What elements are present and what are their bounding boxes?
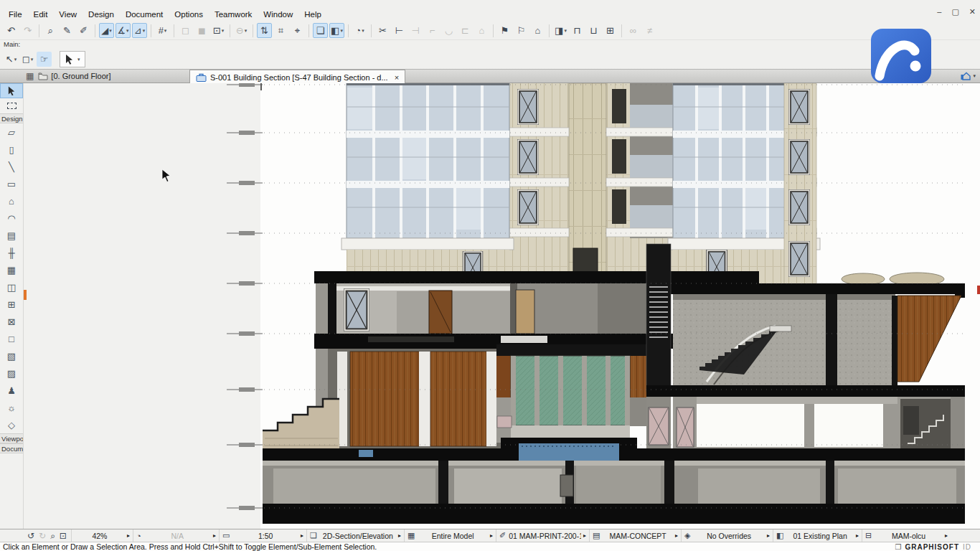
dropdown-caret[interactable]: ▾ [14, 57, 17, 62]
layout-selector[interactable]: ⊟MAM-olcu▸ [862, 529, 951, 542]
marker-dropdown-button[interactable]: ◨▾ [553, 23, 568, 38]
guide-lines-button[interactable]: ◢▾ [99, 23, 114, 38]
quad-view-icon[interactable]: ▦ [26, 71, 34, 81]
menu-view[interactable]: View [53, 9, 83, 20]
lamp-tool[interactable]: ☼ [0, 399, 23, 416]
unlink-button[interactable]: ≠ [642, 23, 657, 38]
segment-caret[interactable]: ▸ [583, 532, 586, 539]
fillet-button[interactable]: ◡ [441, 23, 456, 38]
link-button[interactable]: ∞ [626, 23, 641, 38]
dropdown-caret[interactable]: ▾ [164, 28, 167, 34]
zoom-level-selector[interactable]: 42%▸ [71, 529, 133, 542]
morph-tool[interactable]: ◇ [0, 416, 23, 433]
close-button[interactable]: ✕ [969, 7, 976, 17]
copy-story-down-button[interactable]: ⊔ [586, 23, 601, 38]
basement-rooms[interactable] [263, 461, 965, 504]
fit-in-window-button[interactable]: ⊡ [60, 531, 67, 541]
trace-next-button[interactable]: ◼ [194, 23, 209, 38]
renovation-filter-selector[interactable]: ◧01 Existing Plan▸ [773, 529, 862, 542]
flag-element-button[interactable]: ⚑ [497, 23, 512, 38]
elevator-shaft[interactable] [646, 244, 671, 449]
home-story-button[interactable]: ⌂ [530, 23, 545, 38]
drawing-canvas[interactable] [24, 83, 980, 529]
corner-button[interactable]: ⌐ [425, 23, 440, 38]
segment-caret[interactable]: ▸ [213, 532, 216, 539]
suspend-groups-button[interactable]: ⊖▾ [234, 23, 249, 38]
wood-doors-left[interactable] [328, 349, 517, 451]
glass-facade-left[interactable] [341, 83, 514, 284]
dropdown-caret[interactable]: ▾ [245, 28, 248, 34]
dropdown-caret[interactable]: ▾ [564, 28, 567, 34]
menu-design[interactable]: Design [83, 9, 120, 20]
inject-parameters-button[interactable]: ✐ [76, 23, 91, 38]
skylight-tool[interactable]: ⊠ [0, 313, 23, 330]
segment-caret[interactable]: ▸ [767, 532, 770, 539]
window-tool[interactable]: ⊞ [0, 296, 23, 313]
stretch-button[interactable]: ⊏ [458, 23, 473, 38]
segment-caret[interactable]: ▸ [301, 532, 303, 539]
door-tool[interactable]: ◫ [0, 278, 23, 296]
opening-tool[interactable]: □ [0, 330, 23, 347]
split-button[interactable]: ✂ [375, 23, 390, 38]
copy-story-up-button[interactable]: ⊓ [570, 23, 585, 38]
graphisoft-id-button[interactable]: ❐ GRAPHISOFT ID [895, 543, 977, 551]
dropdown-caret[interactable]: ▾ [109, 28, 112, 34]
menu-edit[interactable]: Edit [28, 9, 54, 20]
foundation-slab[interactable] [263, 504, 965, 524]
model-filter-selector[interactable]: ▦Entire Model▸ [404, 529, 496, 542]
minimize-button[interactable]: – [937, 7, 941, 17]
undo-button[interactable]: ↶ [4, 23, 19, 38]
menu-teamwork[interactable]: Teamwork [209, 9, 258, 20]
orient-view-button[interactable]: ◔▾ [352, 23, 367, 38]
segment-caret[interactable]: ▸ [127, 532, 130, 539]
zoom-button[interactable]: ⌕ [50, 531, 55, 541]
menu-help[interactable]: Help [298, 9, 327, 20]
toolbox-section-documents[interactable]: Docume [0, 443, 23, 453]
basement-right[interactable] [673, 397, 965, 448]
podium-section[interactable] [314, 244, 965, 451]
trim-button[interactable]: ⊣ [408, 23, 423, 38]
marquee-area-tool-button[interactable]: ◻▾ [20, 52, 35, 67]
dropdown-caret[interactable]: ▾ [143, 28, 146, 34]
dropdown-caret[interactable]: ▾ [77, 57, 80, 62]
mesh-tool[interactable]: ▨ [0, 364, 23, 382]
pan-back-button[interactable]: ↺ [27, 531, 34, 541]
marquee-tool[interactable] [0, 98, 23, 113]
zoom-to-selection-button[interactable]: ⌕ [43, 23, 58, 38]
pen-set-selector[interactable]: ✐01 MAM-PRINT-200-100▸ [496, 529, 589, 542]
upper-room-left[interactable] [336, 283, 517, 334]
menu-document[interactable]: Document [120, 9, 169, 20]
graphic-override-selector[interactable]: ◈No Overrides▸ [681, 529, 773, 542]
segment-caret[interactable]: ▸ [856, 532, 859, 539]
dropdown-caret[interactable]: ▾ [126, 28, 129, 34]
snap-points-button[interactable]: ⊿▾ [132, 23, 147, 38]
arrow-tool[interactable] [0, 83, 23, 98]
pick-up-parameters-button[interactable]: ✎ [60, 23, 75, 38]
menu-file[interactable]: File [3, 9, 28, 20]
column-tool[interactable]: ▯ [0, 141, 23, 158]
dropdown-caret[interactable]: ▾ [340, 28, 343, 34]
segment-caret[interactable]: ▸ [398, 532, 401, 539]
flag-list-button[interactable]: ⚐ [514, 23, 529, 38]
green-glass-wall[interactable] [496, 344, 653, 443]
wall-tool[interactable]: ▱ [0, 123, 23, 141]
dropdown-caret[interactable]: ▾ [362, 28, 364, 34]
edit-in-matrix-button[interactable]: ⊞ [603, 23, 618, 38]
snap-guides-button[interactable]: ∡▾ [116, 23, 131, 38]
toolbox-section-viewpoints[interactable]: Viewpoi [0, 433, 23, 443]
segment-caret[interactable]: ▸ [945, 532, 948, 539]
element-transfer-button[interactable]: ◧▾ [329, 23, 344, 38]
concrete-hall[interactable] [673, 294, 897, 385]
pan-forward-button[interactable]: ↻ [39, 531, 46, 541]
trace-previous-button[interactable]: ◻ [178, 23, 193, 38]
pen-color-selector[interactable]: ▤MAM-CONCEPT▸ [589, 529, 681, 542]
grab-mode-button[interactable]: ☞ [37, 52, 52, 67]
menu-options[interactable]: Options [169, 9, 209, 20]
maximize-button[interactable]: ▢ [951, 7, 958, 17]
stair-tool[interactable]: ▤ [0, 227, 23, 244]
railing-tool[interactable]: ╫ [0, 244, 23, 261]
toolbox-section-design[interactable]: Design [0, 113, 23, 123]
segment-caret[interactable]: ▸ [490, 532, 493, 539]
trace-reference-button[interactable]: ⊡▾ [211, 23, 226, 38]
curtain-wall-tool[interactable]: ▦ [0, 261, 23, 278]
